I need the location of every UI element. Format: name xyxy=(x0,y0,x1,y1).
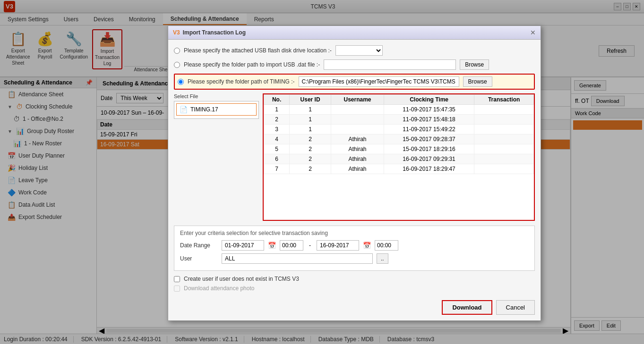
file-name: TIMING.17 xyxy=(190,106,218,113)
radio-row-folder: Please specify the folder path to import… xyxy=(174,59,535,70)
download-photo-checkbox xyxy=(174,285,180,292)
time-to-input[interactable] xyxy=(375,240,398,251)
modal-footer: Download Cancel xyxy=(168,300,541,320)
col-username: Username xyxy=(331,95,384,105)
col-no: No. xyxy=(264,95,290,105)
date-to-input[interactable] xyxy=(317,240,359,251)
folder-path-input[interactable] xyxy=(324,59,456,70)
radio-timing[interactable] xyxy=(178,79,184,85)
select-file-label: Select File xyxy=(174,93,259,99)
cancel-button[interactable]: Cancel xyxy=(496,300,535,315)
usb-drive-dropdown[interactable] xyxy=(335,45,383,56)
user-row: User .. xyxy=(180,253,529,264)
file-item-timing[interactable]: 📄 TIMING.17 xyxy=(176,103,257,116)
log-table-row[interactable]: 52Athirah15-09-2017 18:29:16 xyxy=(264,144,534,154)
calendar-from-icon[interactable]: 📅 xyxy=(268,242,276,249)
log-table-row[interactable]: 42Athirah15-09-2017 09:28:37 xyxy=(264,134,534,144)
log-table-area: No. User ID Username Clocking Time Trans… xyxy=(263,93,535,221)
radio-usb-label: Please specify the attached USB flash di… xyxy=(184,47,332,54)
create-user-checkbox-row: Create user if user does not exist in TC… xyxy=(174,276,535,282)
modal-title-bar: V3 Import Transaction Log ✕ xyxy=(168,26,541,40)
col-clocking-time: Clocking Time xyxy=(384,95,474,105)
radio-row-usb: Please specify the attached USB flash di… xyxy=(174,45,535,56)
criteria-title: Enter your criteria selection for select… xyxy=(180,230,529,236)
import-transaction-modal: V3 Import Transaction Log ✕ Please speci… xyxy=(168,25,541,321)
calendar-to-icon[interactable]: 📅 xyxy=(363,242,371,249)
log-table-row[interactable]: 2111-09-2017 15:48:18 xyxy=(264,115,534,125)
log-table: No. User ID Username Clocking Time Trans… xyxy=(264,94,534,174)
folder-browse-button[interactable]: Browse xyxy=(460,59,489,70)
date-range-row: Date Range 📅 - 📅 xyxy=(180,240,529,251)
timing-path-input[interactable] xyxy=(299,76,459,87)
file-icon: 📄 xyxy=(180,106,188,113)
col-transaction: Transaction xyxy=(474,95,534,105)
download-photo-checkbox-row: Download attendance photo xyxy=(174,285,535,292)
date-from-input[interactable] xyxy=(222,240,264,251)
timing-browse-button[interactable]: Browse xyxy=(463,76,492,87)
log-table-row[interactable]: 62Athirah16-09-2017 09:29:31 xyxy=(264,154,534,164)
user-dots-button[interactable]: .. xyxy=(377,253,388,264)
create-user-label: Create user if user does not exist in TC… xyxy=(184,276,299,282)
col-userid: User ID xyxy=(290,95,331,105)
modal-title-text: Import Transaction Log xyxy=(183,29,246,36)
file-area: Select File 📄 TIMING.17 No. xyxy=(174,93,535,221)
create-user-checkbox[interactable] xyxy=(174,276,180,282)
radio-timing-label: Please specify the folder path of TIMING… xyxy=(188,78,295,85)
criteria-area: Enter your criteria selection for select… xyxy=(174,226,535,271)
download-submit-button[interactable]: Download xyxy=(442,300,492,315)
modal-title: V3 Import Transaction Log xyxy=(173,29,246,36)
dash-separator: - xyxy=(307,242,313,249)
date-range-label: Date Range xyxy=(180,242,218,249)
modal-close-button[interactable]: ✕ xyxy=(530,29,536,36)
radio-folder-label: Please specify the folder path to import… xyxy=(184,61,320,68)
time-from-input[interactable] xyxy=(280,240,303,251)
log-table-row[interactable]: 3111-09-2017 15:49:22 xyxy=(264,125,534,134)
user-label: User xyxy=(180,255,218,262)
log-table-row[interactable]: 1111-09-2017 15:47:35 xyxy=(264,105,534,115)
radio-row-timing: Please specify the folder path of TIMING… xyxy=(174,74,535,90)
file-list: 📄 TIMING.17 xyxy=(174,101,259,119)
modal-body: Please specify the attached USB flash di… xyxy=(168,40,541,300)
download-photo-label: Download attendance photo xyxy=(184,285,254,292)
radio-folder[interactable] xyxy=(174,62,180,68)
radio-usb[interactable] xyxy=(174,48,180,54)
user-input[interactable] xyxy=(222,253,373,264)
log-table-row[interactable]: 72Athirah16-09-2017 18:29:47 xyxy=(264,164,534,174)
